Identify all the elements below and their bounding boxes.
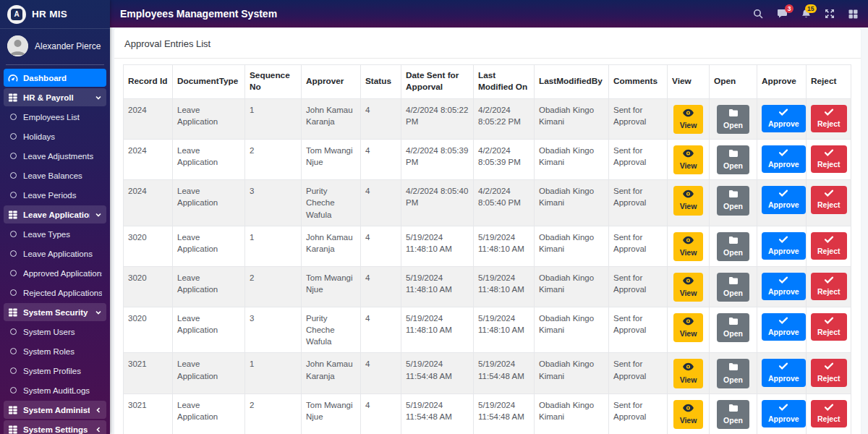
open-button[interactable]: Open (717, 232, 749, 261)
cell-comments: Sent for Approval (609, 393, 668, 434)
cell-comments: Sent for Approval (609, 353, 668, 393)
cell-last-modified-on: 5/19/2024 11:48:10 AM (474, 307, 535, 353)
view-button[interactable]: View (673, 105, 704, 134)
reject-button[interactable]: Reject (811, 186, 847, 213)
approve-button[interactable]: Approve (762, 273, 806, 300)
cell-record-id: 2024 (124, 140, 173, 180)
cell-approver: John Kamau Karanja (302, 226, 361, 266)
view-button[interactable]: View (673, 313, 704, 342)
cell-date-sent: 5/19/2024 11:48:10 AM (401, 226, 474, 266)
sidebar-item-hr-payroll[interactable]: HR & Payroll (4, 88, 106, 106)
approve-button[interactable]: Approve (762, 359, 806, 386)
sidebar-item-leave-adjustments[interactable]: Leave Adjustments (4, 147, 106, 165)
view-button[interactable]: View (673, 232, 704, 261)
brand[interactable]: A HR MIS (0, 0, 110, 29)
sidebar-item-system-administration[interactable]: System Administration (4, 401, 106, 419)
sidebar-item-holidays[interactable]: Holidays (4, 127, 106, 145)
sidebar-item-leave-applications[interactable]: Leave Applications (4, 244, 106, 263)
reject-button[interactable]: Reject (811, 400, 847, 427)
view-button[interactable]: View (673, 400, 704, 429)
cell-last-modified-on: 4/2/2024 8:05:40 PM (474, 180, 535, 226)
cell-record-id: 2024 (124, 98, 173, 139)
cell-status: 4 (361, 180, 401, 226)
view-button[interactable]: View (673, 273, 704, 302)
user-panel[interactable]: Alexander Pierce (0, 29, 110, 64)
sidebar-item-system-settings[interactable]: System Settings (4, 420, 106, 434)
chevron-down-icon (95, 309, 102, 316)
cell-record-id: 3021 (124, 353, 173, 393)
search-icon[interactable] (753, 9, 763, 19)
sidebar-item-label: Rejected Applications (23, 289, 102, 297)
sidebar-item-dashboard[interactable]: Dashboard (4, 69, 106, 87)
sidebar-item-system-profiles[interactable]: System Profiles (4, 362, 106, 380)
messages-icon[interactable]: 3 (777, 9, 788, 19)
sidebar-item-approved-applications[interactable]: Approved Applications (4, 264, 106, 282)
cell-comments: Sent for Approval (609, 266, 668, 307)
check-icon (779, 276, 788, 286)
folder-icon (728, 236, 739, 247)
reject-button[interactable]: Reject (811, 232, 847, 260)
check-icon (825, 149, 833, 158)
column-header: Reject (807, 65, 851, 99)
sidebar-item-label: System Users (23, 328, 75, 336)
cell-last-modified-on: 5/19/2024 11:48:10 AM (474, 266, 535, 307)
circle-icon (8, 231, 18, 237)
cell-last-modified-on: 4/2/2024 8:05:39 PM (474, 140, 535, 180)
table-row: 3021 Leave Application 1 John Kamau Kara… (124, 353, 851, 393)
check-icon (825, 317, 833, 326)
approve-button[interactable]: Approve (762, 400, 806, 427)
reject-button[interactable]: Reject (811, 359, 847, 386)
reject-button[interactable]: Reject (811, 313, 847, 341)
sidebar-item-leave-applications[interactable]: Leave Applications (4, 205, 106, 224)
cell-comments: Sent for Approval (609, 226, 668, 266)
sidebar-item-label: Leave Balances (23, 171, 82, 180)
grid-icon[interactable] (848, 9, 858, 19)
sidebar-item-employees-list[interactable]: Employees List (4, 108, 106, 126)
open-button[interactable]: Open (717, 313, 749, 342)
open-button[interactable]: Open (717, 186, 749, 215)
user-avatar (7, 35, 28, 56)
open-button[interactable]: Open (717, 145, 749, 174)
chevron-down-icon (95, 94, 102, 101)
notifications-icon[interactable]: 15 (801, 9, 811, 19)
sidebar-item-rejected-applications[interactable]: Rejected Applications (4, 284, 106, 302)
open-button[interactable]: Open (717, 105, 749, 134)
sidebar-item-system-roles[interactable]: System Roles (4, 342, 106, 360)
eye-icon (683, 404, 694, 414)
open-button[interactable]: Open (717, 400, 749, 429)
open-button[interactable]: Open (717, 359, 749, 388)
approve-button[interactable]: Approve (762, 313, 806, 341)
sidebar-item-leave-periods[interactable]: Leave Periods (4, 186, 106, 204)
approve-button[interactable]: Approve (762, 186, 806, 213)
cell-last-modified-by: Obadiah Kingo Kimani (535, 266, 609, 307)
sidebar-item-system-users[interactable]: System Users (4, 323, 106, 341)
sidebar-item-system-security[interactable]: System Security (4, 303, 106, 321)
folder-icon (728, 404, 739, 414)
cell-record-id: 3020 (124, 266, 173, 307)
cell-comments: Sent for Approval (609, 307, 668, 353)
reject-button[interactable]: Reject (811, 273, 847, 300)
cell-document-type: Leave Application (173, 98, 245, 139)
approve-button[interactable]: Approve (762, 232, 806, 260)
cell-sequence-no: 2 (245, 140, 302, 180)
view-button[interactable]: View (673, 359, 704, 388)
view-button[interactable]: View (673, 145, 704, 174)
eye-icon (683, 276, 694, 287)
sidebar-item-system-auditlogs[interactable]: System AuditLogs (4, 381, 106, 399)
reject-button[interactable]: Reject (811, 145, 847, 173)
sidebar-item-leave-types[interactable]: Leave Types (4, 225, 106, 243)
view-button[interactable]: View (673, 186, 704, 215)
reject-button[interactable]: Reject (811, 105, 847, 132)
sidebar-item-leave-balances[interactable]: Leave Balances (4, 166, 106, 184)
approve-button[interactable]: Approve (762, 145, 806, 173)
eye-icon (683, 109, 694, 119)
cell-date-sent: 5/19/2024 11:48:10 AM (401, 266, 474, 307)
approve-button[interactable]: Approve (762, 105, 806, 132)
open-button[interactable]: Open (717, 273, 749, 302)
cell-last-modified-on: 5/19/2024 11:48:10 AM (474, 226, 535, 266)
fullscreen-icon[interactable] (825, 9, 835, 19)
cell-sequence-no: 2 (245, 393, 302, 434)
check-icon (779, 109, 788, 118)
cell-last-modified-by: Obadiah Kingo Kimani (535, 393, 609, 434)
circle-icon (8, 250, 18, 257)
